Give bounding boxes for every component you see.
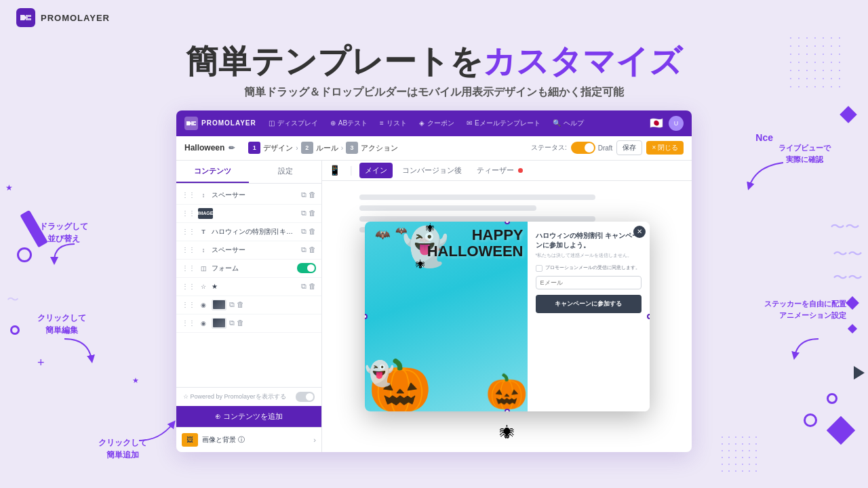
- deco-wave-2: 〜〜: [830, 217, 860, 237]
- delete-icon-3[interactable]: 🗑: [309, 227, 316, 236]
- layer-item-star[interactable]: ⋮⋮ ☆ ★ ⧉ 🗑: [176, 278, 321, 296]
- drag-handle-1[interactable]: ⋮⋮: [182, 191, 195, 199]
- tab-main[interactable]: メイン: [359, 163, 393, 178]
- layer-item-text[interactable]: ⋮⋮ T ハロウィンの特別割引キャンペーン... ⧉ 🗑: [176, 223, 321, 241]
- copy-icon-4[interactable]: ⧉: [301, 245, 307, 254]
- copy-icon-1[interactable]: ⧉: [301, 190, 307, 199]
- step-1-badge: 1: [248, 142, 260, 154]
- email-icon: ✉: [467, 119, 472, 127]
- layer-actions-2: ⧉ 🗑: [301, 209, 316, 218]
- status-toggle[interactable]: [571, 142, 595, 154]
- nav-item-email[interactable]: ✉ Eメールテンプレート: [461, 116, 546, 131]
- layer-item-form[interactable]: ⋮⋮ ◫ フォーム: [176, 260, 321, 278]
- delete-icon-1[interactable]: 🗑: [309, 190, 316, 199]
- copy-icon-7[interactable]: ⧉: [229, 300, 235, 309]
- step-3-badge: 3: [346, 142, 358, 154]
- tab-settings[interactable]: 設定: [249, 161, 321, 183]
- drag-handle-4[interactable]: ⋮⋮: [182, 246, 195, 253]
- deco-wave-4: 〜〜: [833, 268, 863, 288]
- drag-handle-5[interactable]: ⋮⋮: [182, 264, 195, 272]
- resize-handle-right[interactable]: [647, 314, 650, 319]
- app-mockup: PROMOLAYER ◫ ディスプレイ ⊕ ABテスト ≡ リスト ◈ クーポン…: [176, 110, 692, 452]
- nav-item-list[interactable]: ≡ リスト: [374, 116, 412, 131]
- copy-icon-8[interactable]: ⧉: [229, 319, 235, 327]
- deco-circle-4: [804, 413, 817, 427]
- mobile-device-icon[interactable]: 📱: [329, 165, 340, 176]
- nav-item-display[interactable]: ◫ ディスプレイ: [263, 116, 323, 131]
- popup-checkbox-area: プロモーションメールの受信に同意します。: [536, 264, 642, 272]
- copy-icon-6[interactable]: ⧉: [301, 282, 307, 291]
- close-button[interactable]: × 閉じる: [646, 141, 684, 155]
- layer-actions-4: ⧉ 🗑: [301, 245, 316, 254]
- drag-handle-3[interactable]: ⋮⋮: [182, 228, 195, 235]
- person-thumb-1: [212, 300, 226, 310]
- layer-actions-1: ⧉ 🗑: [301, 190, 316, 199]
- nav-brand: PROMOLAYER: [201, 119, 256, 127]
- deco-circle-3: [827, 393, 837, 404]
- layer-item-spacer2[interactable]: ⋮⋮ ↕ スペーサー ⧉ 🗑: [176, 241, 321, 260]
- form-toggle[interactable]: [297, 263, 316, 273]
- step-nav: 1 デザイン › 2 ルール › 3 アクション: [248, 142, 398, 154]
- bottom-panel[interactable]: 🖼 画像と背景 ⓘ ›: [176, 427, 321, 452]
- deco-triangle: [854, 366, 865, 380]
- layer-item-spacer1[interactable]: ⋮⋮ ↕ スペーサー ⧉ 🗑: [176, 186, 321, 205]
- display-icon: ◫: [269, 119, 275, 127]
- nav-item-coupon[interactable]: ◈ クーポン: [414, 116, 460, 131]
- deco-nce: Nce: [755, 132, 773, 143]
- add-content-button[interactable]: ⊕ コンテンツを追加: [176, 406, 321, 427]
- layer-list: ⋮⋮ ↕ スペーサー ⧉ 🗑 ⋮⋮ IMAGE: [176, 184, 321, 387]
- popup-close-button[interactable]: ✕: [633, 226, 646, 238]
- drag-handle-8[interactable]: ⋮⋮: [182, 319, 195, 327]
- dots-grid-bottom: [719, 434, 760, 474]
- drag-handle-6[interactable]: ⋮⋮: [182, 283, 195, 290]
- delete-icon-6[interactable]: 🗑: [309, 282, 316, 291]
- delete-icon-4[interactable]: 🗑: [309, 245, 316, 254]
- layer-actions-3: ⧉ 🗑: [301, 227, 316, 236]
- nav-item-ab[interactable]: ⊕ ABテスト: [325, 116, 373, 131]
- halloween-title: HAPPYHALLOWEEN: [427, 227, 524, 260]
- delete-icon-8[interactable]: 🗑: [237, 319, 244, 327]
- arrow-click-edit: [51, 332, 105, 366]
- drag-handle-2[interactable]: ⋮⋮: [182, 209, 195, 217]
- layer-actions-7: ⧉ 🗑: [229, 300, 244, 309]
- powered-toggle[interactable]: [296, 392, 315, 402]
- layer-name-form: フォーム: [212, 264, 294, 273]
- teaser-dot: [518, 168, 523, 173]
- flag-icon[interactable]: 🇯🇵: [650, 117, 663, 129]
- nav-item-help[interactable]: 🔍 ヘルプ: [547, 116, 589, 131]
- user-avatar[interactable]: U: [669, 116, 684, 131]
- edit-icon[interactable]: ✏: [229, 144, 235, 152]
- layer-actions-8: ⧉ 🗑: [229, 319, 244, 327]
- tab-content[interactable]: コンテンツ: [176, 161, 249, 183]
- drag-handle-7[interactable]: ⋮⋮: [182, 301, 195, 308]
- tab-divider: |: [350, 165, 353, 176]
- step-2-label: ルール: [316, 143, 338, 153]
- copy-icon-2[interactable]: ⧉: [301, 209, 307, 218]
- logo-text: PROMOLAYER: [41, 13, 110, 23]
- layer-item-person2[interactable]: ⋮⋮ ◉ ⧉ 🗑: [176, 314, 321, 333]
- person-inner-2: [213, 319, 225, 327]
- person-thumb-2: [212, 318, 226, 329]
- delete-icon-7[interactable]: 🗑: [237, 300, 244, 309]
- layer-item-image[interactable]: ⋮⋮ IMAGE ⧉ 🗑: [176, 205, 321, 223]
- list-icon: ≡: [380, 119, 384, 127]
- halloween-title-area: HAPPYHALLOWEEN: [427, 227, 524, 260]
- resize-handle-bottom[interactable]: [505, 409, 510, 411]
- hero-section: 簡単テンプレートをカスタマイズ 簡単ドラッグ＆ドロップビルダーはモバイル用表示デ…: [0, 35, 868, 105]
- popup-right: ✕ ハロウィンの特別割引 キャンペーンに参加しよう。 *私たちは決して迷惑メール…: [528, 222, 650, 411]
- tab-teaser[interactable]: ティーザー: [471, 163, 528, 178]
- consent-checkbox[interactable]: [536, 265, 542, 272]
- save-button[interactable]: 保存: [616, 140, 642, 155]
- left-panel: コンテンツ 設定 ⋮⋮ ↕ スペーサー ⧉ 🗑: [176, 161, 322, 452]
- layer-name-star: ★: [212, 283, 298, 290]
- copy-icon-3[interactable]: ⧉: [301, 227, 307, 236]
- spider-2: 🕷: [416, 259, 425, 270]
- tab-conversion[interactable]: コンバージョン後: [397, 163, 467, 178]
- layer-item-person1[interactable]: ⋮⋮ ◉ ⧉ 🗑: [176, 296, 321, 314]
- layer-name-text: ハロウィンの特別割引キャンペーン...: [212, 227, 298, 237]
- delete-icon-2[interactable]: 🗑: [309, 209, 316, 218]
- email-input[interactable]: [536, 276, 642, 289]
- text-icon: T: [198, 226, 209, 237]
- cta-button[interactable]: キャンペーンに参加する: [536, 295, 642, 313]
- arrow-click-add: [125, 410, 186, 444]
